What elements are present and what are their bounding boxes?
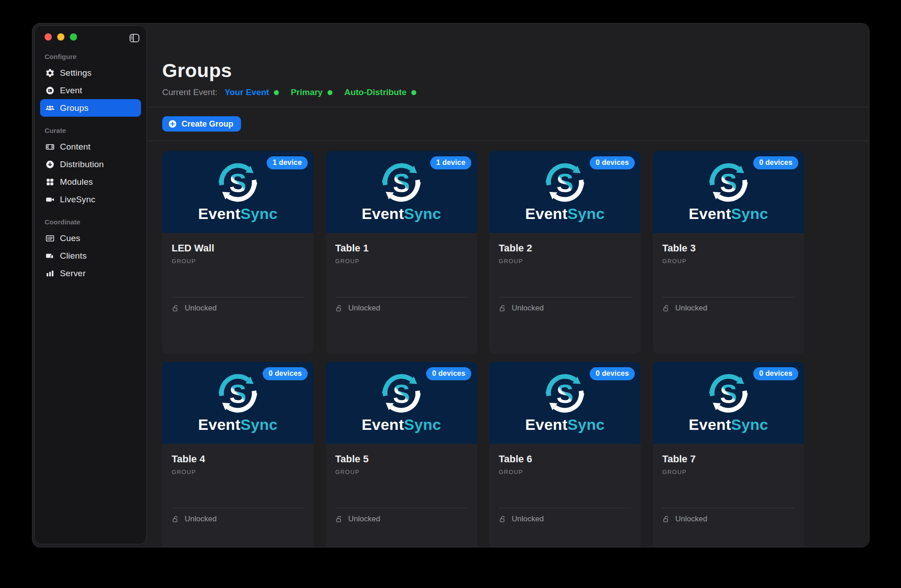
logo-s-letter: S [707, 162, 750, 204]
card-body: Table 2GROUPUnlocked [489, 233, 641, 313]
wordmark-sync: Sync [404, 416, 441, 433]
event-link-your-event[interactable]: Your Event [225, 87, 279, 97]
wordmark-event: Event [362, 416, 404, 433]
wordmark-sync: Sync [241, 205, 278, 222]
card-logo-area: 0 devicesSEventSync [653, 151, 804, 233]
wordmark-event: Event [362, 205, 404, 222]
create-group-button[interactable]: Create Group [162, 116, 241, 132]
plus-circle-icon [168, 119, 177, 128]
sidebar-section-title: Coordinate [40, 218, 141, 226]
card-body: Table 1GROUPUnlocked [326, 233, 477, 313]
group-type-label: GROUP [172, 469, 304, 475]
sidebar-item-groups[interactable]: Groups [40, 99, 141, 117]
sidebar-item-label: Server [60, 269, 86, 278]
sidebar-item-clients[interactable]: Clients [40, 247, 141, 264]
eventsync-wordmark: EventSync [689, 416, 769, 433]
lock-status-label: Unlocked [185, 515, 217, 524]
eventsync-wordmark: EventSync [689, 205, 769, 223]
sidebar-section-title: Configure [40, 53, 141, 60]
sidebar-item-label: Clients [60, 251, 86, 261]
eventsync-logo: S [707, 372, 750, 415]
main-content: Groups Current Event: Your EventPrimaryA… [149, 23, 869, 547]
lock-status: Unlocked [172, 304, 304, 313]
card-logo-area: 0 devicesSEventSync [162, 362, 314, 444]
event-link-primary[interactable]: Primary [291, 87, 332, 97]
lock-status: Unlocked [499, 515, 631, 524]
group-name: Table 7 [662, 453, 795, 465]
group-card-table-5[interactable]: 0 devicesSEventSyncTable 5GROUPUnlocked [326, 362, 477, 547]
wordmark-event: Event [525, 205, 568, 222]
unlock-icon [335, 304, 344, 313]
lock-status-label: Unlocked [348, 515, 380, 524]
cue-list-icon [45, 233, 55, 243]
group-card-led-wall[interactable]: 1 deviceSEventSyncLED WallGROUPUnlocked [162, 151, 314, 354]
wordmark-sync: Sync [731, 416, 768, 433]
bar-chart-icon [45, 269, 55, 278]
lock-status-label: Unlocked [512, 304, 544, 313]
sidebar-toggle-button[interactable] [127, 31, 141, 45]
sidebar-item-content[interactable]: Content [40, 138, 141, 155]
gear-icon [45, 68, 55, 78]
group-type-label: GROUP [499, 469, 631, 475]
card-divider [335, 297, 468, 297]
lock-status-label: Unlocked [348, 304, 380, 313]
group-card-table-4[interactable]: 0 devicesSEventSyncTable 4GROUPUnlocked [162, 362, 314, 547]
card-logo-area: 0 devicesSEventSync [326, 362, 477, 444]
eventsync-logo: S [380, 161, 423, 204]
event-link-label: Auto-Distribute [344, 87, 406, 97]
sidebar-item-modules[interactable]: Modules [40, 173, 141, 191]
card-logo-area: 0 devicesSEventSync [489, 151, 641, 233]
device-count-badge: 0 devices [426, 367, 471, 380]
download-circle-icon [45, 160, 55, 169]
sidebar-item-distribution[interactable]: Distribution [40, 155, 141, 173]
sidebar-item-server[interactable]: Server [40, 264, 141, 282]
grid-icon [45, 177, 55, 187]
zoom-button[interactable] [70, 33, 77, 41]
group-card-table-6[interactable]: 0 devicesSEventSyncTable 6GROUPUnlocked [489, 362, 641, 547]
page-header: Groups Current Event: Your EventPrimaryA… [149, 23, 869, 107]
sidebar-nav: ConfigureSettingsEventGroupsCurateConten… [35, 26, 146, 282]
lock-status-label: Unlocked [185, 304, 217, 313]
event-link-auto-distribute[interactable]: Auto-Distribute [344, 87, 416, 97]
sidebar-item-livesync[interactable]: LiveSync [40, 191, 141, 208]
sidebar-item-label: Settings [60, 68, 91, 78]
card-divider [172, 297, 304, 297]
eventsync-logo: S [544, 161, 586, 204]
unlock-icon [499, 304, 507, 313]
wordmark-event: Event [689, 205, 731, 222]
unlock-icon [172, 515, 180, 524]
sidebar-item-cues[interactable]: Cues [40, 229, 141, 247]
unlock-icon [499, 515, 507, 524]
card-divider [335, 508, 468, 508]
window-controls [45, 33, 77, 41]
group-name: Table 6 [499, 453, 631, 465]
group-card-table-3[interactable]: 0 devicesSEventSyncTable 3GROUPUnlocked [653, 151, 804, 354]
sidebar-section: CurateContentDistributionModulesLiveSync [40, 127, 141, 208]
group-card-table-1[interactable]: 1 deviceSEventSyncTable 1GROUPUnlocked [326, 151, 477, 354]
create-group-label: Create Group [182, 119, 233, 129]
eventsync-logo: S [217, 161, 259, 204]
lock-status-label: Unlocked [512, 515, 544, 524]
group-card-table-2[interactable]: 0 devicesSEventSyncTable 2GROUPUnlocked [489, 151, 641, 354]
sidebar-item-label: Event [60, 86, 82, 96]
unlock-icon [662, 515, 671, 524]
sidebar-item-event[interactable]: Event [40, 82, 141, 99]
unlock-icon [662, 304, 671, 313]
close-button[interactable] [45, 33, 52, 41]
card-body: LED WallGROUPUnlocked [162, 233, 314, 313]
logo-s-letter: S [380, 162, 423, 204]
lock-status: Unlocked [662, 515, 795, 524]
eventsync-logo: S [380, 372, 423, 415]
event-link-label: Your Event [225, 87, 269, 97]
sidebar-item-settings[interactable]: Settings [40, 64, 141, 82]
device-count-badge: 0 devices [590, 367, 635, 380]
device-count-badge: 1 device [430, 156, 471, 169]
wordmark-sync: Sync [241, 416, 278, 433]
wordmark-event: Event [525, 416, 568, 433]
sidebar-item-label: Modules [60, 177, 93, 187]
sidebar-section-title: Curate [40, 127, 141, 134]
group-card-table-7[interactable]: 0 devicesSEventSyncTable 7GROUPUnlocked [653, 362, 804, 547]
unlock-icon [172, 304, 180, 313]
minimize-button[interactable] [57, 33, 64, 41]
group-name: Table 5 [335, 453, 468, 465]
